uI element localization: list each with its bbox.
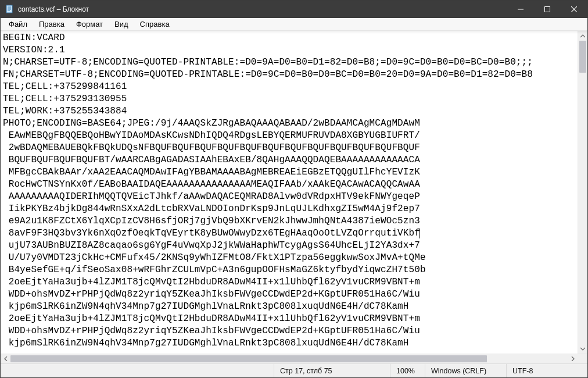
close-icon: [571, 6, 577, 12]
minimize-icon: [518, 6, 524, 12]
chevron-left-icon: [4, 356, 8, 361]
window-title: contacts.vcf – Блокнот: [18, 5, 507, 13]
scroll-right-button[interactable]: [568, 354, 578, 363]
chevron-up-icon: [580, 34, 585, 38]
titlebar[interactable]: contacts.vcf – Блокнот: [1, 1, 587, 18]
scroll-down-button[interactable]: [578, 344, 587, 354]
status-position: Стр 17, стлб 75: [274, 364, 390, 377]
text-content[interactable]: BEGIN:VCARD VERSION:2.1 N;CHARSET=UTF-8;…: [1, 31, 578, 354]
status-zoom: 100%: [390, 364, 425, 377]
minimize-button[interactable]: [507, 1, 534, 18]
maximize-button[interactable]: [534, 1, 561, 18]
status-line-ending: Windows (CRLF): [425, 364, 506, 377]
chevron-right-icon: [571, 356, 575, 361]
svg-rect-6: [545, 7, 550, 12]
status-encoding: UTF-8: [506, 364, 587, 377]
editor-area: BEGIN:VCARD VERSION:2.1 N;CHARSET=UTF-8;…: [1, 31, 587, 354]
statusbar-spacer: [1, 364, 274, 377]
notepad-icon: [5, 5, 15, 14]
menu-edit[interactable]: Правка: [33, 19, 70, 30]
vscroll-track[interactable]: [578, 41, 587, 344]
menubar: Файл Правка Формат Вид Справка: [1, 18, 587, 31]
vscroll-thumb[interactable]: [579, 41, 586, 73]
scroll-up-button[interactable]: [578, 31, 587, 41]
scroll-left-button[interactable]: [1, 354, 10, 363]
hscroll-track[interactable]: [10, 354, 568, 363]
scroll-corner: [578, 354, 587, 363]
vertical-scrollbar[interactable]: [578, 31, 587, 354]
menu-view[interactable]: Вид: [109, 19, 134, 30]
maximize-icon: [544, 6, 550, 12]
hscroll-thumb[interactable]: [10, 355, 487, 362]
menu-help[interactable]: Справка: [134, 19, 175, 30]
statusbar: Стр 17, стлб 75 100% Windows (CRLF) UTF-…: [1, 363, 587, 377]
notepad-window: contacts.vcf – Блокнот Файл Правка Форма…: [0, 0, 588, 378]
close-button[interactable]: [561, 1, 587, 18]
menu-file[interactable]: Файл: [3, 19, 33, 30]
chevron-down-icon: [580, 347, 585, 351]
menu-format[interactable]: Формат: [70, 19, 109, 30]
horizontal-scrollbar[interactable]: [1, 354, 587, 363]
